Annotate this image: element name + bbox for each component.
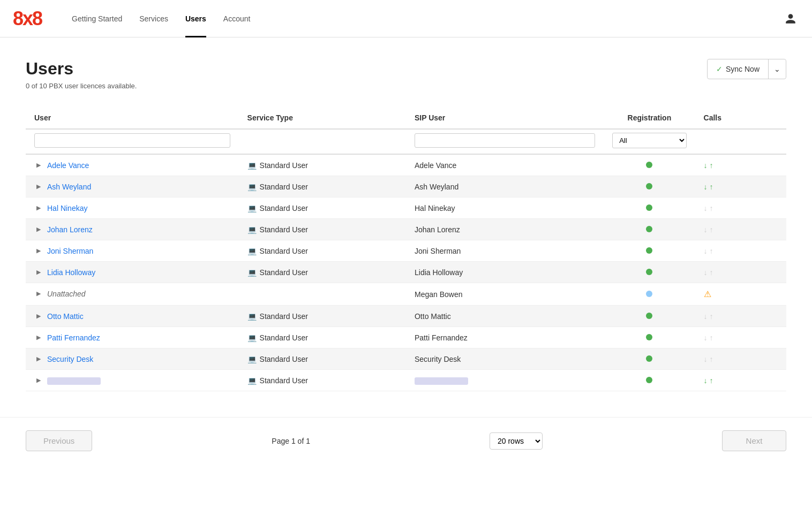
service-type-icon: 💻 <box>247 183 257 191</box>
user-name-link[interactable]: Unattached <box>47 290 86 298</box>
user-name-link[interactable]: Adele Vance <box>47 161 89 170</box>
registration-cell <box>604 370 695 391</box>
registration-cell <box>604 306 695 327</box>
user-name-link[interactable]: Patti Fernandez <box>47 333 100 342</box>
registration-cell <box>604 283 695 306</box>
expand-cell: ▶Joni Sherman <box>26 240 239 261</box>
logo: 8x8 <box>13 7 42 30</box>
call-up-arrow: ↑ <box>710 268 713 277</box>
filter-sip-input[interactable] <box>415 133 595 148</box>
user-name-link[interactable]: Security Desk <box>47 355 93 363</box>
service-type-icon: 💻 <box>247 247 257 255</box>
expand-button[interactable]: ▶ <box>34 354 43 363</box>
sip-user-cell: Joni Sherman <box>406 240 604 262</box>
expand-button[interactable]: ▶ <box>34 246 43 255</box>
service-type-icon: 💻 <box>247 333 257 342</box>
service-type-label: Standard User <box>260 161 308 170</box>
registration-status-dot <box>646 247 652 254</box>
expand-button[interactable]: ▶ <box>34 312 43 321</box>
users-tbody: ▶Adele Vance💻Standard UserAdele Vance↓↑▶… <box>26 154 786 391</box>
header: 8x8 Getting Started Services Users Accou… <box>0 0 812 37</box>
expand-button[interactable]: ▶ <box>34 289 43 298</box>
nav-getting-started[interactable]: Getting Started <box>63 0 131 37</box>
service-type-cell: 💻Standard User <box>239 240 406 262</box>
table-row: ▶Security Desk💻Standard UserSecurity Des… <box>26 348 786 370</box>
service-type-cell: 💻Standard User <box>239 262 406 283</box>
call-down-arrow: ↓ <box>704 312 708 321</box>
registration-cell <box>604 219 695 240</box>
nav-services[interactable]: Services <box>131 0 177 37</box>
user-name-link[interactable]: Ash Weyland <box>47 183 91 191</box>
service-type-label: Standard User <box>260 355 308 363</box>
sync-now-button[interactable]: ✓ Sync Now <box>708 60 768 78</box>
calls-cell: ↓↑ <box>695 348 786 370</box>
service-type-cell: 💻Standard User <box>239 327 406 348</box>
user-name-link[interactable]: Otto Mattic <box>47 312 84 321</box>
registration-status-dot <box>646 183 652 189</box>
filter-reg-select[interactable]: All <box>612 133 686 148</box>
expand-cell: ▶Lidia Holloway <box>26 262 239 283</box>
registration-cell <box>604 176 695 198</box>
nav-users[interactable]: Users <box>177 0 215 37</box>
filter-sip-cell <box>406 129 604 154</box>
page-title-area: Users 0 of 10 PBX user licences availabl… <box>26 59 137 90</box>
page-subtitle: 0 of 10 PBX user licences available. <box>26 82 137 90</box>
nav-account[interactable]: Account <box>215 0 259 37</box>
main-content: Users 0 of 10 PBX user licences availabl… <box>0 37 812 413</box>
page-info: Page 1 of 1 <box>272 437 310 445</box>
expand-cell: ▶Unattached <box>26 283 239 304</box>
next-button[interactable]: Next <box>722 430 786 451</box>
service-type-cell: 💻Standard User <box>239 154 406 176</box>
expand-button[interactable]: ▶ <box>34 161 43 170</box>
expand-button[interactable]: ▶ <box>34 182 43 191</box>
expand-cell: ▶ <box>26 370 239 391</box>
calls-cell: ↓↑ <box>695 370 786 391</box>
sip-user-cell: Patti Fernandez <box>406 327 604 348</box>
warning-icon: ⚠ <box>704 290 711 299</box>
sync-button-group: ✓ Sync Now ⌄ <box>707 59 786 79</box>
registration-cell <box>604 240 695 262</box>
table-row: ▶Johan Lorenz💻Standard UserJohan Lorenz↓… <box>26 219 786 240</box>
service-type-icon: 💻 <box>247 268 257 277</box>
registration-status-dot <box>646 334 652 340</box>
filter-user-input[interactable] <box>34 133 230 148</box>
expand-button[interactable]: ▶ <box>34 203 43 212</box>
expand-button[interactable]: ▶ <box>34 333 43 342</box>
service-type-cell <box>239 283 406 306</box>
sip-user-cell <box>406 370 604 391</box>
registration-cell <box>604 198 695 219</box>
call-up-arrow: ↑ <box>710 204 713 212</box>
service-type-cell: 💻Standard User <box>239 176 406 198</box>
expand-button[interactable]: ▶ <box>34 268 43 277</box>
service-type-cell: 💻Standard User <box>239 370 406 391</box>
registration-status-dot <box>646 313 652 319</box>
calls-cell: ↓↑ <box>695 154 786 176</box>
filter-row: All <box>26 129 786 154</box>
user-name-link[interactable]: Johan Lorenz <box>47 225 93 234</box>
registration-cell <box>604 154 695 176</box>
registration-status-dot <box>646 162 652 168</box>
call-down-arrow: ↓ <box>704 183 708 191</box>
expand-button[interactable]: ▶ <box>34 225 43 234</box>
previous-button[interactable]: Previous <box>26 430 92 451</box>
expand-button[interactable]: ▶ <box>34 376 43 385</box>
table-row: ▶Hal Ninekay💻Standard UserHal Ninekay↓↑ <box>26 198 786 219</box>
registration-status-dot <box>646 355 652 362</box>
user-name-link[interactable]: Lidia Holloway <box>47 268 95 277</box>
service-type-label: Standard User <box>260 225 308 234</box>
col-header-sip: SIP User <box>406 107 604 129</box>
user-name-link[interactable]: Hal Ninekay <box>47 204 87 212</box>
registration-status-dot <box>646 291 652 297</box>
sip-user-cell: Johan Lorenz <box>406 219 604 240</box>
user-account-icon[interactable] <box>782 10 799 27</box>
call-down-arrow: ↓ <box>704 268 708 277</box>
sip-user-cell: Security Desk <box>406 348 604 370</box>
call-down-arrow: ↓ <box>704 161 708 170</box>
user-name-link[interactable]: Joni Sherman <box>47 247 93 255</box>
sync-dropdown-button[interactable]: ⌄ <box>769 60 786 78</box>
rows-per-page-select[interactable]: 20 rows 50 rows 100 rows <box>490 432 543 450</box>
service-type-cell: 💻Standard User <box>239 219 406 240</box>
users-table: User Service Type SIP User Registration … <box>26 107 786 391</box>
calls-cell: ↓↑ <box>695 240 786 262</box>
col-header-registration: Registration <box>604 107 695 129</box>
